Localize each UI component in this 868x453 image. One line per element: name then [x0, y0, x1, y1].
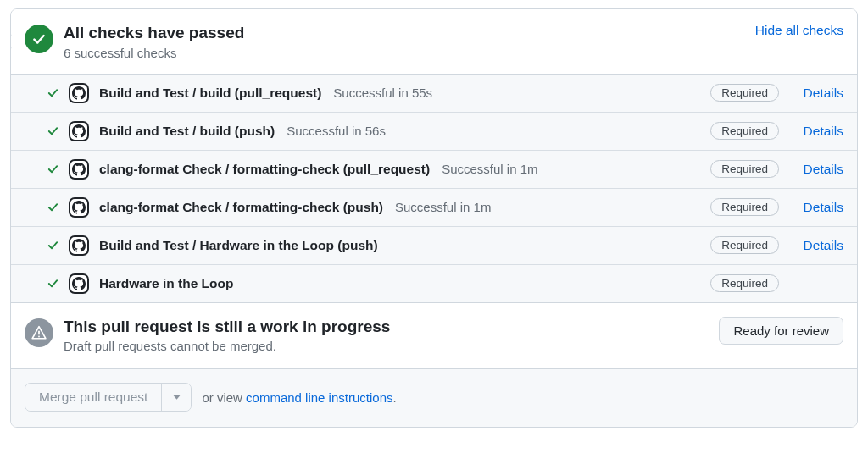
github-actions-icon — [69, 197, 89, 218]
required-badge: Required — [710, 84, 779, 102]
svg-marker-3 — [173, 395, 181, 400]
check-success-icon — [45, 200, 60, 215]
github-actions-icon — [69, 235, 89, 256]
checks-subtitle: 6 successful checks — [64, 46, 244, 60]
check-row: Build and Test / Hardware in the Loop (p… — [11, 227, 857, 265]
check-status: Successful in 56s — [287, 124, 386, 138]
or-view-text: or view — [202, 390, 246, 405]
merge-dropdown-button[interactable] — [162, 384, 191, 411]
required-badge: Required — [710, 122, 779, 140]
details-link[interactable]: Details — [801, 162, 843, 177]
details-link[interactable]: Details — [801, 238, 843, 253]
checks-header-text: All checks have passed 6 successful chec… — [64, 23, 244, 60]
status-success-icon — [25, 25, 53, 53]
check-success-icon — [45, 162, 60, 177]
check-row: Build and Test / build (push)Successful … — [11, 113, 857, 151]
check-name: Build and Test / build (push) — [99, 124, 275, 139]
checks-list: Build and Test / build (pull_request)Suc… — [11, 75, 857, 303]
check-success-icon — [45, 124, 60, 139]
check-row: clang-format Check / formatting-check (p… — [11, 151, 857, 189]
merge-alt-text: or view command line instructions. — [202, 390, 396, 405]
merge-pull-request-button[interactable]: Merge pull request — [25, 384, 162, 411]
merge-section: Merge pull request or view command line … — [11, 369, 857, 427]
check-name: Build and Test / Hardware in the Loop (p… — [99, 238, 378, 253]
command-line-instructions-link[interactable]: command line instructions — [246, 390, 392, 405]
required-badge: Required — [710, 236, 779, 254]
details-link[interactable]: Details — [801, 124, 843, 139]
details-link[interactable]: Details — [801, 86, 843, 101]
caret-down-icon — [173, 395, 181, 400]
required-badge: Required — [710, 274, 779, 292]
check-status: Successful in 55s — [333, 86, 432, 100]
wip-text: This pull request is still a work in pro… — [64, 317, 390, 354]
required-badge: Required — [710, 160, 779, 178]
check-name: Hardware in the Loop — [99, 276, 233, 291]
period: . — [392, 390, 396, 405]
checks-header: All checks have passed 6 successful chec… — [11, 9, 857, 75]
check-status: Successful in 1m — [442, 162, 537, 176]
check-name: clang-format Check / formatting-check (p… — [99, 162, 430, 177]
ready-for-review-button[interactable]: Ready for review — [719, 317, 843, 345]
wip-section: This pull request is still a work in pro… — [11, 303, 857, 370]
check-name: Build and Test / build (pull_request) — [99, 86, 321, 101]
details-link[interactable]: Details — [801, 200, 843, 215]
check-row: Hardware in the LoopRequired — [11, 265, 857, 302]
alert-icon — [25, 318, 53, 347]
check-name: clang-format Check / formatting-check (p… — [99, 200, 383, 215]
check-success-icon — [45, 86, 60, 101]
required-badge: Required — [710, 198, 779, 216]
github-actions-icon — [69, 83, 89, 103]
check-row: clang-format Check / formatting-check (p… — [11, 189, 857, 227]
check-success-icon — [45, 276, 60, 291]
check-row: Build and Test / build (pull_request)Suc… — [11, 75, 857, 113]
checks-title: All checks have passed — [64, 23, 244, 44]
wip-subtitle: Draft pull requests cannot be merged. — [64, 339, 390, 353]
github-actions-icon — [69, 159, 89, 180]
check-success-icon — [45, 238, 60, 253]
checks-card: All checks have passed 6 successful chec… — [10, 8, 858, 428]
check-status: Successful in 1m — [395, 200, 491, 214]
wip-title: This pull request is still a work in pro… — [64, 317, 390, 338]
github-actions-icon — [69, 273, 89, 294]
merge-button-group: Merge pull request — [25, 383, 192, 412]
svg-point-2 — [38, 335, 40, 337]
hide-all-checks-link[interactable]: Hide all checks — [755, 23, 843, 38]
github-actions-icon — [69, 121, 89, 141]
